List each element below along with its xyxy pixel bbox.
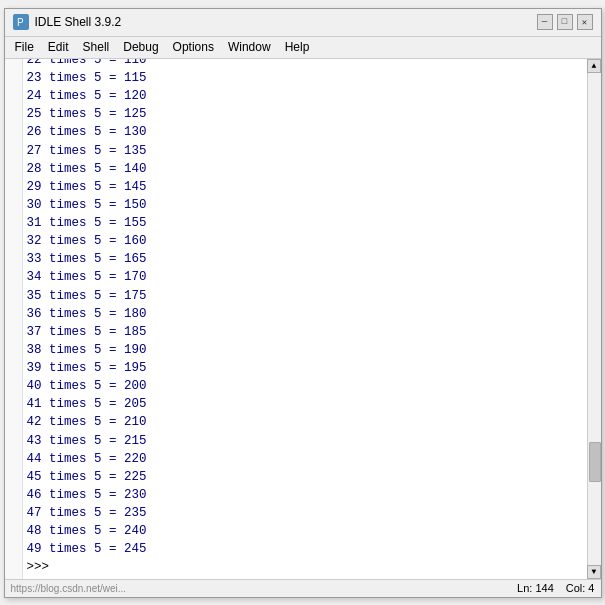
shell-line: 25 times 5 = 125 — [27, 105, 583, 123]
shell-prompt[interactable]: >>> — [27, 558, 583, 576]
line-number-status: Ln: 144 — [517, 582, 554, 594]
python-icon: P — [13, 14, 29, 30]
menu-item-shell[interactable]: Shell — [77, 38, 116, 56]
shell-line: 24 times 5 = 120 — [27, 87, 583, 105]
shell-line: 36 times 5 = 180 — [27, 305, 583, 323]
shell-line: 37 times 5 = 185 — [27, 323, 583, 341]
idle-window: P IDLE Shell 3.9.2 — □ ✕ FileEditShellDe… — [4, 8, 602, 598]
window-title: IDLE Shell 3.9.2 — [35, 15, 122, 29]
shell-line: 48 times 5 = 240 — [27, 522, 583, 540]
shell-line: 45 times 5 = 225 — [27, 468, 583, 486]
shell-line: 35 times 5 = 175 — [27, 287, 583, 305]
scroll-up-arrow[interactable]: ▲ — [587, 59, 601, 73]
title-bar-left: P IDLE Shell 3.9.2 — [13, 14, 122, 30]
status-bar: https://blog.csdn.net/wei... Ln: 144 Col… — [5, 579, 601, 597]
shell-line: 44 times 5 = 220 — [27, 450, 583, 468]
scrollbar-thumb[interactable] — [589, 442, 601, 482]
menu-item-file[interactable]: File — [9, 38, 40, 56]
shell-line: 32 times 5 = 160 — [27, 232, 583, 250]
shell-line: 47 times 5 = 235 — [27, 504, 583, 522]
close-button[interactable]: ✕ — [577, 14, 593, 30]
shell-line: 30 times 5 = 150 — [27, 196, 583, 214]
menu-bar: FileEditShellDebugOptionsWindowHelp — [5, 37, 601, 59]
shell-line: 38 times 5 = 190 — [27, 341, 583, 359]
shell-line: 28 times 5 = 140 — [27, 160, 583, 178]
shell-line: 34 times 5 = 170 — [27, 268, 583, 286]
scrollbar-vertical[interactable]: ▲ ▼ — [587, 59, 601, 579]
shell-line: 40 times 5 = 200 — [27, 377, 583, 395]
watermark-text: https://blog.csdn.net/wei... — [11, 583, 127, 594]
menu-item-edit[interactable]: Edit — [42, 38, 75, 56]
menu-item-debug[interactable]: Debug — [117, 38, 164, 56]
shell-line: 41 times 5 = 205 — [27, 395, 583, 413]
shell-line: 43 times 5 = 215 — [27, 432, 583, 450]
menu-item-help[interactable]: Help — [279, 38, 316, 56]
minimize-button[interactable]: — — [537, 14, 553, 30]
content-area: 11 times 5 = 5512 times 5 = 6013 times 5… — [5, 59, 601, 579]
shell-line: 42 times 5 = 210 — [27, 413, 583, 431]
maximize-button[interactable]: □ — [557, 14, 573, 30]
col-number-status: Col: 4 — [566, 582, 595, 594]
menu-item-window[interactable]: Window — [222, 38, 277, 56]
shell-line: 46 times 5 = 230 — [27, 486, 583, 504]
menu-item-options[interactable]: Options — [167, 38, 220, 56]
shell-line: 22 times 5 = 110 — [27, 59, 583, 70]
shell-line: 27 times 5 = 135 — [27, 142, 583, 160]
window-controls: — □ ✕ — [537, 14, 593, 30]
shell-line: 23 times 5 = 115 — [27, 69, 583, 87]
scrollbar-track[interactable] — [588, 73, 601, 565]
shell-line: 31 times 5 = 155 — [27, 214, 583, 232]
scroll-down-arrow[interactable]: ▼ — [587, 565, 601, 579]
svg-text:P: P — [17, 17, 24, 28]
line-numbers — [5, 59, 23, 579]
shell-line: 26 times 5 = 130 — [27, 123, 583, 141]
shell-line: 33 times 5 = 165 — [27, 250, 583, 268]
shell-line: 49 times 5 = 245 — [27, 540, 583, 558]
status-right: Ln: 144 Col: 4 — [517, 582, 594, 594]
shell-output[interactable]: 11 times 5 = 5512 times 5 = 6013 times 5… — [23, 59, 587, 579]
shell-line: 39 times 5 = 195 — [27, 359, 583, 377]
shell-line: 29 times 5 = 145 — [27, 178, 583, 196]
title-bar: P IDLE Shell 3.9.2 — □ ✕ — [5, 9, 601, 37]
